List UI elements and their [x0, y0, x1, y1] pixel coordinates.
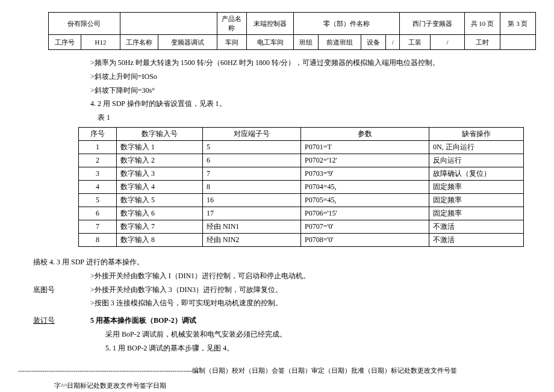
- proc-name-label: 工序名称: [120, 35, 158, 50]
- hours: [500, 35, 535, 50]
- line-1: >频率为 50Hz 时最大转速为 1500 转/分（60HZ 时为 1800 转…: [90, 56, 536, 70]
- th-term: 对应端子号: [203, 127, 301, 140]
- section-5-title: 5 用基本操作面板（BOP-2）调试: [90, 316, 196, 325]
- part-name-label: 零（部）件名称: [294, 13, 400, 35]
- body-text: >频率为 50Hz 时最大转速为 1500 转/分（60HZ 时为 1800 转…: [90, 56, 536, 125]
- th-no: 序号: [79, 127, 117, 140]
- hours-label: 工时: [464, 35, 500, 50]
- th-op: 缺省操作: [429, 127, 524, 140]
- s2: 5. 1 用 BOP-2 调试的基本步骤，见图 4。: [105, 341, 536, 355]
- desc-43: 描校 4. 3 用 SDP 进行的基本操作。: [33, 255, 536, 269]
- table-row: 1数字输入 15P0701=T0N, 正向运行: [79, 140, 524, 154]
- th-din: 数字输入号: [117, 127, 203, 140]
- team: 前道班组: [319, 35, 361, 49]
- line-3: >斜坡下降时间=30s°: [90, 84, 536, 98]
- equip-label: 设备: [361, 35, 386, 49]
- s1: 采用 BoP-2 调试前，机械安装和电气安装必须已经完成。: [105, 328, 536, 341]
- b2: >外接开关经由数字输入 3（DIN3）进行控制，可故障复位。: [90, 283, 536, 297]
- footer-line: 字^^日期标记处数更改文件号签字日期: [54, 381, 536, 390]
- table-row: 6数字输入 617P0706='15'固定频率: [79, 207, 524, 220]
- equip: /: [386, 35, 400, 49]
- workshop-label: 车间: [217, 35, 247, 50]
- table-row: 8数字输入 8经由 NIN2P0708='0'不激活: [79, 233, 524, 246]
- th-param: 参数: [301, 127, 429, 140]
- prod-name-label: 产品名称: [217, 13, 247, 35]
- company-cell: 份有限公司: [49, 13, 120, 35]
- table-row: 7数字输入 7经由 NIN1P0707='0'不激活: [79, 220, 524, 233]
- table-row: 3数字输入 37P0703='9'故障确认（复位）: [79, 167, 524, 180]
- table-row: 4数字输入 48P0704=45,固定频率: [79, 180, 524, 193]
- table-row: 2数字输入 26P0702='12'反向运行: [79, 154, 524, 167]
- tool: /: [431, 35, 464, 49]
- prod-name: 末端控制器: [247, 13, 294, 35]
- table-row: 5数字输入 516P0705=45,固定频率: [79, 193, 524, 207]
- pages-total: 共 10 页: [464, 13, 500, 35]
- line-2: >斜坡上升时间=IOSo: [90, 70, 536, 84]
- workshop: 电工车间: [247, 35, 294, 50]
- team-label: 班组: [294, 35, 319, 49]
- line-5: 表 1: [98, 111, 536, 125]
- tool-label: 工装: [400, 35, 431, 49]
- left-label-ditu: 底图号: [33, 283, 55, 297]
- proc-name: 变频器调试: [158, 35, 217, 50]
- proc-no-label: 工序号: [49, 35, 81, 50]
- page-current: 第 3 页: [500, 13, 535, 35]
- b3: >按图 3 连接模拟输入信号，即可实现对电动机速度的控制。: [90, 296, 536, 310]
- left-label-bind: 装订号: [33, 314, 55, 328]
- header-table: 份有限公司 产品名称 末端控制器 零（部）件名称 西门子变频器 共 10 页 第…: [48, 12, 536, 50]
- table-1: 序号 数字输入号 对应端子号 参数 缺省操作 1数字输入 15P0701=T0N…: [78, 127, 524, 247]
- b1: >外接开关经由数字输入 I（DIN1）进行控制，可启动和停止电动机。: [90, 269, 536, 283]
- line-4: 4. 2 用 SDP 操作时的缺省设置值，见表 1。: [90, 97, 536, 111]
- part-name: 西门子变频器: [400, 13, 464, 35]
- proc-no: H12: [81, 35, 120, 50]
- dash-line: ----------------------------------------…: [18, 366, 536, 375]
